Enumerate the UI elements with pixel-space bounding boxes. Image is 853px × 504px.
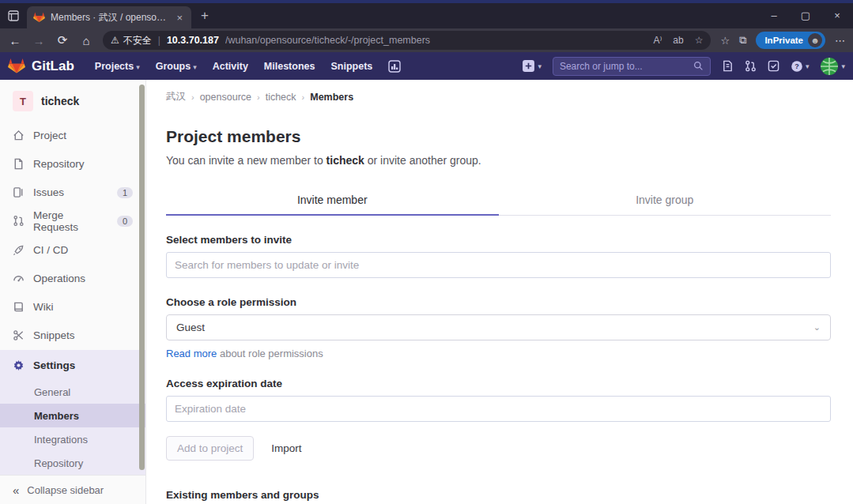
sidebar-item-settings[interactable]: Settings — [0, 350, 145, 380]
translate-icon[interactable]: ab — [673, 35, 683, 46]
address-bar-icons: A⁾ ab ☆ — [653, 35, 703, 46]
inprivate-badge[interactable]: InPrivate ☻ — [756, 32, 825, 49]
chevron-down-icon: ⌄ — [813, 322, 821, 333]
collections-icon[interactable]: ⧉ — [739, 34, 746, 47]
svg-text:?: ? — [794, 62, 799, 70]
page-body: T ticheck Project Repository Issues 1 Me… — [0, 80, 853, 504]
breadcrumb-separator: › — [302, 92, 305, 102]
gauge-icon — [13, 273, 25, 284]
gitlab-tanuki-icon — [8, 58, 25, 74]
favorites-bar-icon[interactable]: ☆ — [720, 35, 730, 47]
charts-icon[interactable] — [382, 56, 407, 77]
nav-projects[interactable]: Projects▾ — [89, 57, 146, 76]
import-button[interactable]: Import — [271, 442, 301, 454]
browser-menu-icon[interactable]: ⋯ — [835, 35, 845, 47]
sidebar-subitem-members[interactable]: Members — [0, 404, 145, 427]
gitlab-navbar-right: ▾ ? ▾ ▾ — [522, 57, 845, 76]
project-context[interactable]: T ticheck — [0, 80, 145, 121]
page-title: Project members — [166, 127, 831, 146]
role-label: Choose a role permission — [166, 296, 831, 308]
back-icon[interactable]: ← — [5, 34, 25, 47]
read-more-link[interactable]: Read more — [166, 348, 217, 359]
collapse-sidebar-button[interactable]: « Collapse sidebar — [0, 475, 145, 504]
url-host: 10.3.70.187 — [167, 35, 219, 46]
maximize-button[interactable]: ▢ — [790, 5, 821, 27]
minimize-button[interactable]: – — [758, 5, 790, 27]
breadcrumb-project[interactable]: ticheck — [266, 92, 296, 103]
chevron-down-icon: ▾ — [136, 63, 140, 71]
add-to-project-button[interactable]: Add to project — [166, 436, 254, 461]
sidebar-scrollbar[interactable] — [139, 85, 145, 470]
avatar-image — [820, 57, 839, 76]
sidebar-subitem-repository[interactable]: Repository — [0, 451, 145, 475]
merge-requests-icon[interactable] — [745, 60, 757, 72]
tab-actions-icon[interactable] — [0, 10, 27, 21]
sidebar-item-issues[interactable]: Issues 1 — [0, 179, 145, 207]
chevron-down-icon: ▾ — [841, 62, 845, 70]
warning-icon: ⚠ — [111, 35, 119, 46]
home-icon[interactable]: ⌂ — [76, 34, 96, 47]
tab-invite-member[interactable]: Invite member — [166, 186, 499, 215]
breadcrumb: 武汉 › opensource › ticheck › Members — [166, 80, 831, 103]
expiration-date-input[interactable] — [166, 396, 831, 422]
address-bar[interactable]: ⚠ 不安全 | 10.3.70.187 /wuhan/opensource/ti… — [103, 31, 711, 50]
rocket-icon — [13, 244, 25, 256]
nav-milestones[interactable]: Milestones — [258, 57, 322, 76]
gitlab-navbar: GitLab Projects▾ Groups▾ Activity Milest… — [0, 52, 853, 80]
sidebar-subitem-general[interactable]: General — [0, 380, 145, 404]
gitlab-favicon — [33, 12, 45, 23]
favorite-star-icon[interactable]: ☆ — [695, 35, 704, 46]
sidebar-item-repository[interactable]: Repository — [0, 149, 145, 178]
page-subtitle: You can invite a new member to ticheck o… — [166, 154, 831, 167]
breadcrumb-current: Members — [310, 92, 353, 103]
refresh-icon[interactable]: ⟳ — [52, 33, 73, 47]
global-search-input[interactable] — [560, 61, 689, 72]
sidebar-subitem-integrations[interactable]: Integrations — [0, 427, 145, 451]
document-icon — [13, 158, 25, 170]
invite-tabs: Invite member Invite group — [166, 186, 831, 216]
sidebar-item-operations[interactable]: Operations — [0, 264, 145, 292]
user-avatar[interactable]: ▾ — [820, 57, 845, 76]
close-button[interactable]: × — [821, 5, 853, 27]
form-actions: Add to project Import — [166, 436, 831, 461]
forward-icon[interactable]: → — [28, 34, 49, 47]
browser-toolbar: ← → ⟳ ⌂ ⚠ 不安全 | 10.3.70.187 /wuhan/opens… — [0, 28, 853, 52]
main-content: 武汉 › opensource › ticheck › Members Proj… — [146, 80, 853, 504]
project-name: ticheck — [41, 95, 79, 107]
todos-icon[interactable] — [768, 60, 779, 72]
nav-snippets[interactable]: Snippets — [324, 57, 379, 76]
sidebar-nav: Project Repository Issues 1 Merge Reques… — [0, 121, 145, 475]
sidebar-item-wiki[interactable]: Wiki — [0, 293, 145, 322]
read-aloud-icon[interactable]: A⁾ — [653, 35, 662, 46]
sidebar-item-snippets[interactable]: Snippets — [0, 322, 145, 350]
tab-close-icon[interactable]: × — [174, 12, 185, 24]
url-separator: | — [158, 35, 160, 46]
issues-icon[interactable] — [722, 60, 734, 72]
sidebar-item-cicd[interactable]: CI / CD — [0, 235, 145, 264]
breadcrumb-subgroup[interactable]: opensource — [200, 92, 251, 103]
issues-icon — [13, 186, 25, 198]
breadcrumb-separator: › — [257, 92, 260, 102]
nav-groups[interactable]: Groups▾ — [149, 57, 203, 76]
subtitle-project-name: ticheck — [326, 154, 364, 167]
breadcrumb-group[interactable]: 武汉 — [166, 90, 186, 103]
gitlab-logo[interactable]: GitLab — [8, 58, 74, 74]
member-search-input[interactable] — [166, 252, 831, 278]
new-menu-button[interactable]: ▾ — [522, 59, 542, 73]
role-select[interactable]: Guest ⌄ — [166, 314, 831, 340]
browser-action-icons: ☆ ⧉ InPrivate ☻ ⋯ — [717, 32, 848, 49]
global-search[interactable] — [553, 57, 711, 76]
browser-tab[interactable]: Members · 武汉 / opensource / × — [27, 6, 191, 28]
home-icon — [13, 130, 25, 141]
existing-members-heading: Existing members and groups — [166, 489, 831, 501]
sidebar-item-project[interactable]: Project — [0, 121, 145, 149]
browser-tab-bar: Members · 武汉 / opensource / × + – ▢ × — [0, 3, 853, 28]
new-tab-button[interactable]: + — [191, 8, 218, 24]
nav-activity[interactable]: Activity — [206, 57, 255, 76]
security-warning[interactable]: ⚠ 不安全 — [111, 34, 152, 47]
gitlab-nav-links: Projects▾ Groups▾ Activity Milestones Sn… — [89, 56, 407, 77]
tab-invite-group[interactable]: Invite group — [499, 186, 832, 215]
sidebar-item-merge-requests[interactable]: Merge Requests 0 — [0, 207, 145, 235]
window-controls: – ▢ × — [758, 5, 853, 27]
help-icon[interactable]: ? ▾ — [791, 60, 810, 73]
